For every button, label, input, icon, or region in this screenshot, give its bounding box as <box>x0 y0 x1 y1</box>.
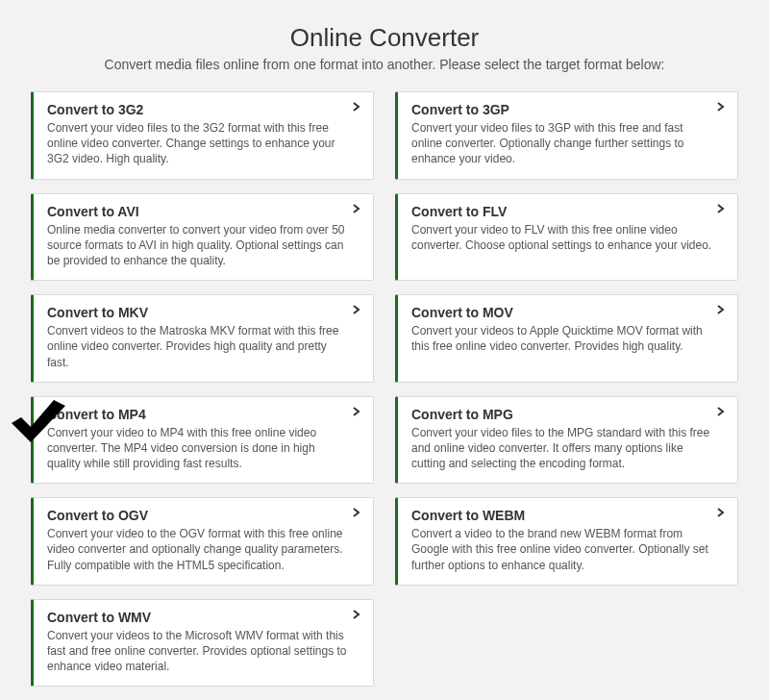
card-convert-wmv[interactable]: Convert to WMV Convert your videos to th… <box>31 599 374 688</box>
card-convert-mkv[interactable]: Convert to MKV Convert videos to the Mat… <box>31 294 374 383</box>
card-description: Convert your video files to the 3G2 form… <box>47 120 360 167</box>
card-description: Convert your videos to Apple Quicktime M… <box>411 323 724 354</box>
card-convert-mp4[interactable]: Convert to MP4 Convert your video to MP4… <box>31 396 374 485</box>
card-description: Convert your video to MP4 with this free… <box>47 425 360 472</box>
card-description: Online media converter to convert your v… <box>47 222 360 269</box>
card-title: Convert to AVI <box>47 204 360 219</box>
card-convert-webm[interactable]: Convert to WEBM Convert a video to the b… <box>395 497 738 586</box>
card-title: Convert to MOV <box>411 305 724 320</box>
card-title: Convert to OGV <box>47 508 360 523</box>
card-description: Convert your video to FLV with this free… <box>411 222 724 253</box>
card-convert-mpg[interactable]: Convert to MPG Convert your video files … <box>395 396 738 485</box>
card-description: Convert your video files to the MPG stan… <box>411 425 724 472</box>
card-description: Convert your video files to 3GP with thi… <box>411 120 724 167</box>
card-title: Convert to WEBM <box>411 508 724 523</box>
card-title: Convert to 3G2 <box>47 102 360 117</box>
card-description: Convert your videos to the Microsoft WMV… <box>47 628 360 675</box>
page-container: Online Converter Convert media files onl… <box>0 0 769 700</box>
card-title: Convert to MPG <box>411 407 724 422</box>
page-title: Online Converter <box>31 23 738 53</box>
card-convert-flv[interactable]: Convert to FLV Convert your video to FLV… <box>395 193 738 282</box>
card-convert-avi[interactable]: Convert to AVI Online media converter to… <box>31 193 374 282</box>
format-grid: Convert to 3G2 Convert your video files … <box>31 91 738 687</box>
card-title: Convert to MP4 <box>47 407 360 422</box>
card-convert-ogv[interactable]: Convert to OGV Convert your video to the… <box>31 497 374 586</box>
page-subtitle: Convert media files online from one form… <box>31 57 738 72</box>
card-description: Convert your video to the OGV format wit… <box>47 526 360 573</box>
card-description: Convert a video to the brand new WEBM fo… <box>411 526 724 573</box>
card-convert-3g2[interactable]: Convert to 3G2 Convert your video files … <box>31 91 374 180</box>
card-title: Convert to WMV <box>47 610 360 625</box>
card-convert-3gp[interactable]: Convert to 3GP Convert your video files … <box>395 91 738 180</box>
card-title: Convert to MKV <box>47 305 360 320</box>
card-description: Convert videos to the Matroska MKV forma… <box>47 323 360 370</box>
card-convert-mov[interactable]: Convert to MOV Convert your videos to Ap… <box>395 294 738 383</box>
card-title: Convert to 3GP <box>411 102 724 117</box>
card-title: Convert to FLV <box>411 204 724 219</box>
